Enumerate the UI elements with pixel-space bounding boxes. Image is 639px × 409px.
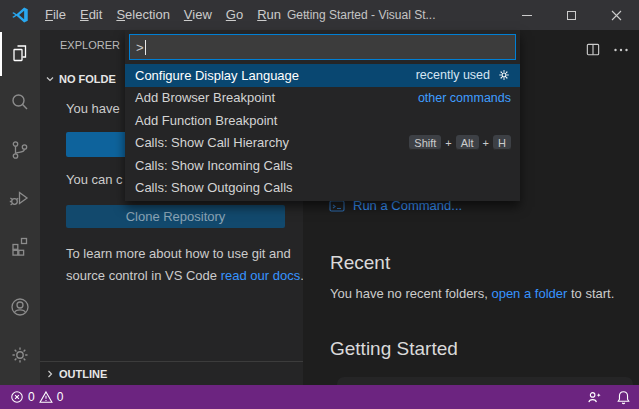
welcome-text-top: You have (66, 101, 120, 116)
warning-icon (39, 390, 53, 404)
command-label: Calls: Show Outgoing Calls (135, 180, 293, 195)
menu-edit[interactable]: Edit (73, 0, 109, 30)
section-label: NO FOLDE (59, 73, 116, 85)
keybinding-key: Shift (409, 135, 441, 150)
editor-toolbar (585, 42, 629, 58)
section-divider (40, 361, 303, 362)
command-list: Configure Display Language recently used… (125, 64, 520, 201)
docs-paragraph: To learn more about how to use git and s… (66, 243, 304, 286)
account-icon (8, 295, 32, 319)
error-count: 0 (28, 390, 35, 404)
read-our-docs-link[interactable]: read our docs (221, 268, 301, 283)
search-icon (8, 90, 32, 114)
feedback-icon[interactable] (587, 390, 602, 405)
recent-before: You have no recent folders, (330, 286, 491, 301)
close-button[interactable] (594, 0, 639, 30)
extensions-icon (8, 234, 32, 258)
activity-explorer-button[interactable] (0, 30, 40, 78)
gear-icon (8, 343, 32, 367)
recent-text: You have no recent folders, open a folde… (330, 286, 614, 301)
status-bar: 0 0 (0, 385, 639, 409)
activity-run-debug-button[interactable] (0, 174, 40, 222)
menu-run[interactable]: Run (250, 0, 288, 30)
window-title: Getting Started - Visual St... (287, 0, 436, 30)
maximize-button[interactable] (549, 0, 594, 30)
problems-indicator[interactable]: 0 0 (8, 390, 65, 404)
command-label: Add Browser Breakpoint (135, 90, 275, 105)
activity-source-control-button[interactable] (0, 126, 40, 174)
activity-bar (0, 30, 40, 385)
command-input[interactable]: > (129, 34, 516, 60)
recent-after: to start. (567, 286, 614, 301)
welcome-text-mid: You can c (66, 172, 123, 187)
activity-search-button[interactable] (0, 78, 40, 126)
keybinding-key: H (493, 135, 511, 150)
menu-selection[interactable]: Selection (109, 0, 176, 30)
command-input-value: > (136, 40, 144, 55)
vscode-logo-icon (10, 5, 30, 25)
minimize-button[interactable] (504, 0, 549, 30)
title-bar: File Edit Selection View Go Run ··· Gett… (0, 0, 639, 30)
warning-count: 0 (57, 390, 64, 404)
text-cursor (145, 40, 146, 55)
open-a-folder-link[interactable]: open a folder (491, 286, 567, 301)
activity-accounts-button[interactable] (0, 283, 40, 331)
menu-go[interactable]: Go (219, 0, 250, 30)
recently-used-label: recently used (416, 68, 490, 82)
chevron-down-icon (45, 74, 55, 84)
keybinding-separator: + (445, 137, 451, 149)
window-controls (504, 0, 639, 30)
command-item-add-browser-breakpoint[interactable]: Add Browser Breakpoint other commands (125, 87, 520, 110)
keybinding-key: Alt (456, 135, 479, 150)
command-item-show-outgoing-calls[interactable]: Calls: Show Outgoing Calls (125, 177, 520, 200)
command-label: Configure Display Language (135, 68, 299, 83)
keybinding-separator: + (483, 137, 489, 149)
clone-repository-button[interactable]: Clone Repository (66, 205, 285, 228)
error-icon (10, 390, 24, 404)
more-actions-icon[interactable] (613, 42, 629, 58)
command-item-show-call-hierarchy[interactable]: Calls: Show Call Hierarchy Shift + Alt +… (125, 132, 520, 155)
command-label: Calls: Show Incoming Calls (135, 158, 293, 173)
files-icon (8, 42, 32, 66)
minimize-icon (522, 15, 532, 16)
command-item-show-incoming-calls[interactable]: Calls: Show Incoming Calls (125, 154, 520, 177)
chevron-right-icon (45, 369, 55, 379)
getting-started-heading: Getting Started (330, 338, 458, 360)
source-control-icon (8, 138, 32, 162)
configure-gear-icon[interactable] (497, 68, 511, 82)
menu-bar: File Edit Selection View Go Run ··· (38, 0, 315, 30)
recent-heading: Recent (330, 252, 390, 274)
activity-extensions-button[interactable] (0, 222, 40, 270)
notifications-bell-icon[interactable] (616, 390, 631, 405)
command-item-add-function-breakpoint[interactable]: Add Function Breakpoint (125, 109, 520, 132)
run-debug-icon (8, 186, 32, 210)
menu-file[interactable]: File (38, 0, 73, 30)
section-outline-header[interactable]: OUTLINE (40, 364, 303, 384)
command-label: Calls: Show Call Hierarchy (135, 135, 289, 150)
vscode-window: File Edit Selection View Go Run ··· Gett… (0, 0, 639, 409)
split-editor-icon[interactable] (585, 42, 601, 58)
maximize-icon (567, 11, 576, 20)
command-item-configure-display-language[interactable]: Configure Display Language recently used (125, 64, 520, 87)
other-commands-link[interactable]: other commands (418, 91, 511, 105)
sidebar-title: EXPLORER (60, 39, 120, 51)
command-label: Add Function Breakpoint (135, 113, 277, 128)
command-palette: > Configure Display Language recently us… (125, 30, 520, 201)
activity-settings-button[interactable] (0, 331, 40, 379)
close-icon (611, 10, 622, 21)
menu-view[interactable]: View (177, 0, 219, 30)
outline-label: OUTLINE (59, 368, 107, 380)
